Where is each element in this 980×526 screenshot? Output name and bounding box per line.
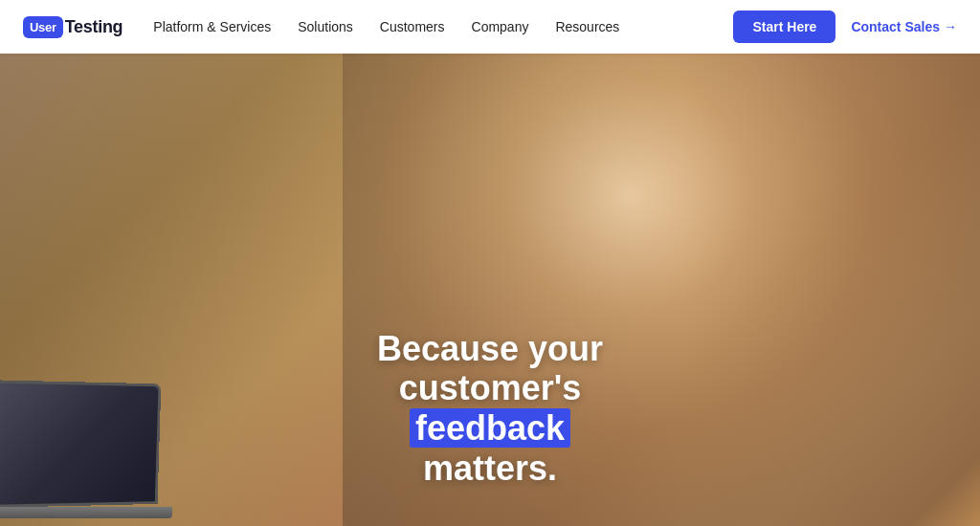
nav-links: Platform & Services Solutions Customers … bbox=[153, 19, 733, 34]
hero-line1: Because your bbox=[337, 329, 643, 368]
laptop-base bbox=[0, 507, 172, 518]
hero-line3: matters. bbox=[337, 449, 643, 488]
hero-line3-wrapper: feedback bbox=[410, 427, 570, 443]
logo-user-text: User bbox=[30, 20, 56, 34]
nav-actions: Start Here Contact Sales → bbox=[733, 11, 957, 43]
hero-section: Because your customer's feedback matters… bbox=[0, 54, 980, 526]
hero-highlight: feedback bbox=[410, 408, 570, 448]
logo-box: User bbox=[23, 16, 63, 38]
start-here-button[interactable]: Start Here bbox=[733, 11, 835, 43]
navbar: User Testing Platform & Services Solutio… bbox=[0, 0, 980, 54]
contact-sales-link[interactable]: Contact Sales → bbox=[851, 19, 957, 34]
logo[interactable]: User Testing bbox=[23, 16, 122, 38]
contact-sales-arrow: → bbox=[944, 19, 957, 34]
hero-content: Because your customer's feedback matters… bbox=[337, 329, 643, 488]
nav-customers[interactable]: Customers bbox=[380, 19, 445, 34]
nav-company[interactable]: Company bbox=[472, 19, 529, 34]
nav-platform-services[interactable]: Platform & Services bbox=[153, 19, 271, 34]
laptop-device bbox=[0, 373, 191, 526]
contact-sales-label: Contact Sales bbox=[851, 19, 940, 34]
nav-solutions[interactable]: Solutions bbox=[298, 19, 353, 34]
hero-line2: customer's bbox=[337, 368, 643, 407]
laptop-screen bbox=[0, 380, 161, 508]
nav-resources[interactable]: Resources bbox=[555, 19, 619, 34]
logo-testing-text: Testing bbox=[65, 17, 123, 37]
